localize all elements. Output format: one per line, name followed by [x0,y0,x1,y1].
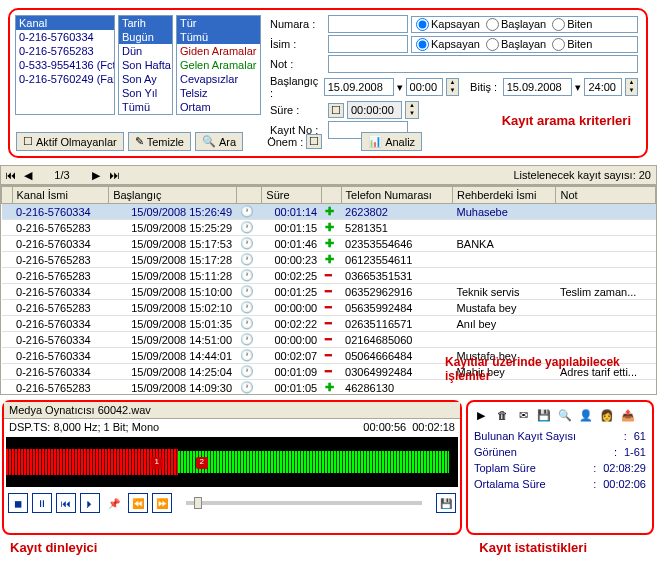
clear-button[interactable]: ✎Temizle [128,132,191,151]
contact-icon[interactable]: 👩 [598,406,616,424]
name-input[interactable] [328,35,408,53]
mail-icon[interactable]: ✉ [514,406,532,424]
list-item[interactable]: Son Yıl [119,86,172,100]
spinner[interactable]: ▲▼ [446,78,459,96]
outgoing-icon: ━ [325,365,332,377]
pause-button[interactable]: ⏸ [32,493,52,513]
incoming-icon: ✚ [325,221,334,233]
media-player-panel: Medya Oynatıcısı 60042.wav DSP.TS: 8,000… [2,400,462,535]
date-list[interactable]: Tarih Bugün Dün Son Hafta Son Ay Son Yıl… [118,15,173,115]
dropdown-icon[interactable]: ▾ [397,81,403,94]
list-item[interactable]: 0-216-5765283 [16,44,114,58]
table-row[interactable]: 0-216-576033415/09/2008 15:26:49🕐00:01:1… [2,204,656,220]
user-icon[interactable]: 👤 [577,406,595,424]
number-radio-group: Kapsayan Başlayan Biten [411,16,638,33]
end-date-input[interactable]: 15.09.2008 [503,78,573,96]
duration-input[interactable]: 00:00:00 [347,101,402,119]
incoming-icon: ✚ [325,205,334,217]
inactive-checkbox[interactable]: ☐ Aktif Olmayanlar [16,132,124,151]
radio-baslayan[interactable]: Başlayan [486,38,546,51]
list-item[interactable]: Giden Aramalar [177,44,260,58]
number-input[interactable] [328,15,408,33]
column-header[interactable]: Süre [262,187,321,204]
column-header[interactable]: Başlangıç [109,187,236,204]
start-time-input[interactable]: 00:00 [406,78,444,96]
incoming-icon: ✚ [325,237,334,249]
list-item[interactable]: Ortam [177,100,260,114]
save-icon[interactable]: 💾 [535,406,553,424]
marker-1[interactable]: 1 [151,457,163,469]
list-item[interactable]: Son Ay [119,72,172,86]
grid-navigator: ⏮ ◀ 1/3 ▶ ⏭ Listelenecek kayıt sayısı: 2… [0,165,657,185]
nav-next-icon[interactable]: ▶ [87,169,105,182]
list-item[interactable]: Tümü [119,100,172,114]
column-header[interactable]: Kanal İsmi [12,187,109,204]
radio-baslayan[interactable]: Başlayan [486,18,546,31]
nav-first-icon[interactable]: ⏮ [1,169,19,181]
table-row[interactable]: 0-216-576033415/09/2008 15:10:00🕐00:01:2… [2,284,656,300]
table-row[interactable]: 0-216-576528315/09/2008 15:25:29🕐00:01:1… [2,220,656,236]
nav-prev-icon[interactable]: ◀ [19,169,37,182]
waveform-display[interactable]: 1 2 [6,437,458,487]
radio-biten[interactable]: Biten [552,18,592,31]
list-item[interactable]: Son Hafta [119,58,172,72]
list-item[interactable]: 0-216-5760334 [16,30,114,44]
duration-toggle[interactable]: ☐ [328,103,344,118]
table-row[interactable]: 0-216-576528315/09/2008 15:11:28🕐00:02:2… [2,268,656,284]
volume-slider[interactable] [186,501,422,505]
table-row[interactable]: 0-216-576033415/09/2008 15:01:35🕐00:02:2… [2,316,656,332]
play-icon[interactable]: ▶ [472,406,490,424]
clock-icon: 🕐 [240,221,254,233]
page-count-label: Listelenecek kayıt sayısı: 20 [513,169,656,181]
table-row[interactable]: 0-216-576033415/09/2008 14:51:00🕐00:00:0… [2,332,656,348]
list-item[interactable]: Cevapsızlar [177,72,260,86]
table-row[interactable]: 0-216-576528315/09/2008 15:17:28🕐00:00:2… [2,252,656,268]
list-item[interactable]: 0-533-9554136 (Fct) [16,58,114,72]
dropdown-icon[interactable]: ▾ [575,81,581,94]
column-header[interactable]: Rehberdeki İsmi [452,187,555,204]
list-item[interactable]: Gelen Aramalar [177,58,260,72]
delete-icon[interactable]: 🗑 [493,406,511,424]
stat-avg-label: Ortalama Süre [474,478,593,490]
table-row[interactable]: 0-216-576528315/09/2008 15:02:10🕐00:00:0… [2,300,656,316]
marker-2[interactable]: 2 [196,457,208,469]
search-icon[interactable]: 🔍 [556,406,574,424]
list-item[interactable]: Bugün [119,30,172,44]
stop-button[interactable]: ◼ [8,493,28,513]
importance-toggle[interactable]: ☐ [306,134,322,149]
search-button[interactable]: 🔍Ara [195,132,243,151]
radio-biten[interactable]: Biten [552,38,592,51]
radio-kapsayan[interactable]: Kapsayan [416,18,480,31]
export-icon[interactable]: 📤 [619,406,637,424]
column-header[interactable] [321,187,341,204]
clock-icon: 🕐 [240,333,254,345]
note-input[interactable] [328,55,638,73]
list-item[interactable]: Tümü [177,30,260,44]
list-item[interactable]: Dün [119,44,172,58]
skip-fwd-button[interactable]: ⏩ [152,493,172,513]
prev-button[interactable]: ⏮ [56,493,76,513]
skip-back-button[interactable]: ⏪ [128,493,148,513]
column-header[interactable] [236,187,262,204]
pin-icon[interactable]: 📌 [104,493,124,513]
analyze-button[interactable]: 📊Analiz [361,132,422,151]
start-date-input[interactable]: 15.09.2008 [324,78,394,96]
channel-list[interactable]: Kanal 0-216-5760334 0-216-5765283 0-533-… [15,15,115,115]
play-button[interactable]: ⏵ [80,493,100,513]
list-item[interactable]: 0-216-5760249 (Fax) [16,72,114,86]
stat-avg-value: 00:02:06 [603,478,646,490]
radio-kapsayan[interactable]: Kapsayan [416,38,480,51]
player-section-label: Kayıt dinleyici [10,540,97,555]
nav-last-icon[interactable]: ⏭ [105,169,123,181]
column-header[interactable]: Not [556,187,656,204]
spinner[interactable]: ▲▼ [625,78,638,96]
column-header[interactable] [2,187,13,204]
type-list[interactable]: Tür Tümü Giden Aramalar Gelen Aramalar C… [176,15,261,115]
list-header: Kanal [16,16,114,30]
column-header[interactable]: Telefon Numarası [341,187,452,204]
save-icon[interactable]: 💾 [436,493,456,513]
table-row[interactable]: 0-216-576033415/09/2008 15:17:53🕐00:01:4… [2,236,656,252]
spinner[interactable]: ▲▼ [405,101,419,119]
list-item[interactable]: Telsiz [177,86,260,100]
end-time-input[interactable]: 24:00 [584,78,622,96]
